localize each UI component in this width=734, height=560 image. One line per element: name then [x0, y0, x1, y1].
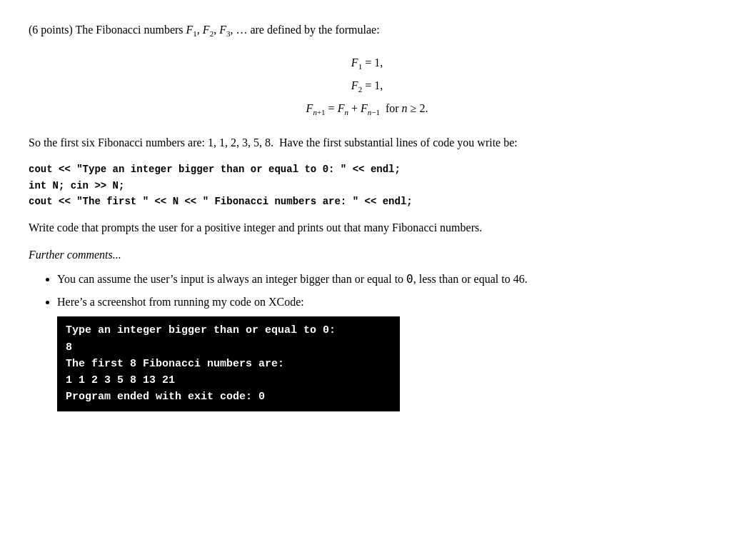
formula-fn: Fn+1 = Fn + Fn−1 for n ≥ 2. [29, 97, 705, 120]
further-comments-label: Further comments... [29, 246, 705, 264]
code-line-2: int N; cin >> N; [29, 178, 705, 194]
formula-block: F1 = 1, F2 = 1, Fn+1 = Fn + Fn−1 for n ≥… [29, 51, 705, 121]
terminal-line-1: Type an integer bigger than or equal to … [66, 322, 391, 339]
code-line-1: cout << "Type an integer bigger than or … [29, 161, 705, 177]
code-block: cout << "Type an integer bigger than or … [29, 161, 705, 209]
intro-paragraph: So the first six Fibonacci numbers are: … [29, 134, 705, 151]
bullet-item-1: You can assume the user’s input is alway… [57, 271, 705, 288]
terminal-line-5: Program ended with exit code: 0 [66, 389, 391, 405]
formula-f2: F2 = 1, [29, 74, 705, 97]
task-paragraph: Write code that prompts the user for a p… [29, 219, 705, 236]
bullet-list: You can assume the user’s input is alway… [57, 271, 705, 411]
problem-header: (6 points) The Fibonacci numbers F1, F2,… [29, 21, 705, 40]
terminal-line-4: 1 1 2 3 5 8 13 21 [66, 372, 391, 389]
terminal-line-3: The first 8 Fibonacci numbers are: [66, 356, 391, 372]
formula-f1: F1 = 1, [29, 51, 705, 74]
terminal-line-2: 8 [66, 339, 391, 356]
terminal-screenshot: Type an integer bigger than or equal to … [57, 316, 400, 411]
code-line-3: cout << "The first " << N << " Fibonacci… [29, 194, 705, 209]
bullet-item-2: Here’s a screenshot from running my code… [57, 294, 705, 411]
